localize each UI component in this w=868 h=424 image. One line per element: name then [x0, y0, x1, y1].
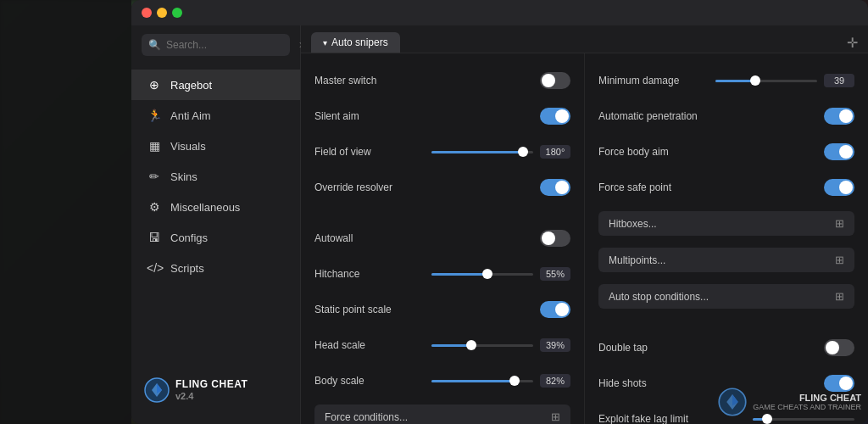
multipoints-button[interactable]: Multipoints... ⊞ — [598, 248, 854, 272]
bottom-right-logo: FLING CHEAT GAME CHEATS AND TRAINER — [717, 387, 861, 417]
sidebar-item-label: Configs — [170, 232, 208, 244]
minimum-damage-row: Minimum damage 39 — [598, 69, 854, 92]
override-resolver-toggle[interactable] — [540, 179, 570, 196]
tab-auto-snipers[interactable]: ▾ Auto snipers — [311, 32, 400, 53]
head-scale-label: Head scale — [314, 339, 365, 351]
force-safe-point-toggle[interactable] — [824, 179, 854, 196]
static-point-scale-label: Static point scale — [314, 304, 392, 315]
search-bar[interactable]: 🔍 ✕ 🌐 — [142, 34, 290, 56]
automatic-penetration-row: Automatic penetration — [598, 104, 854, 128]
double-tap-toggle[interactable] — [824, 339, 854, 356]
static-point-scale-row: Static point scale — [314, 298, 570, 321]
title-bar — [131, 0, 868, 25]
sidebar-item-label: Anti Aim — [170, 109, 211, 122]
bottom-right-brand: FLING CHEAT — [753, 393, 861, 403]
hitchance-track[interactable] — [431, 273, 533, 276]
bottom-logo-icon — [717, 387, 748, 417]
auto-stop-conditions-button[interactable]: Auto stop conditions... ⊞ — [598, 284, 854, 309]
exploit-fake-lag-slider-container — [688, 418, 854, 421]
exploit-fake-lag-track[interactable] — [753, 418, 854, 421]
hitboxes-button[interactable]: Hitboxes... ⊞ — [598, 211, 854, 236]
tabs-add-button[interactable]: ✛ — [847, 35, 858, 51]
body-scale-slider-container: 82% — [364, 374, 570, 388]
minimize-button[interactable] — [157, 8, 167, 18]
force-body-aim-toggle[interactable] — [824, 143, 854, 160]
head-scale-row: Head scale 39% — [314, 333, 570, 357]
panels-container: Master switch Silent aim Field of view — [301, 53, 868, 424]
field-of-view-row: Field of view 180° — [314, 140, 570, 164]
force-body-aim-label: Force body aim — [598, 146, 669, 158]
app-window: 🔍 ✕ 🌐 ⊕ Ragebot 🏃 Anti Aim ▦ Visuals ✏ S… — [131, 0, 868, 424]
close-button[interactable] — [142, 8, 152, 18]
field-of-view-track[interactable] — [431, 151, 533, 153]
auto-stop-conditions-label: Auto stop conditions... — [609, 291, 709, 303]
double-tap-row: Double tap — [598, 336, 854, 360]
head-scale-slider-container: 39% — [365, 338, 570, 352]
minimum-damage-slider-container: 39 — [679, 74, 854, 87]
sidebar-item-visuals[interactable]: ▦ Visuals — [131, 131, 300, 161]
sidebar-item-label: Visuals — [170, 140, 206, 153]
sidebar-item-skins[interactable]: ✏ Skins — [131, 161, 300, 192]
automatic-penetration-toggle[interactable] — [824, 108, 854, 125]
sidebar-logo: FLING CHEAT v2.4 — [131, 365, 300, 416]
override-resolver-row: Override resolver — [314, 176, 570, 199]
sidebar-item-label: Skins — [170, 170, 198, 183]
master-switch-label: Master switch — [314, 75, 376, 86]
minimum-damage-track[interactable] — [715, 80, 817, 82]
field-of-view-label: Field of view — [314, 146, 371, 158]
automatic-penetration-label: Automatic penetration — [598, 110, 698, 122]
static-point-scale-toggle[interactable] — [540, 301, 570, 318]
master-switch-toggle[interactable] — [540, 72, 570, 89]
chevron-down-icon: ▾ — [323, 38, 327, 47]
force-conditions-label: Force conditions... — [325, 411, 408, 423]
grid-icon: ⊞ — [551, 410, 560, 423]
head-scale-track[interactable] — [431, 344, 533, 347]
autowall-label: Autowall — [314, 232, 353, 244]
sidebar-item-ragebot[interactable]: ⊕ Ragebot — [131, 70, 300, 100]
anti-aim-icon: 🏃 — [147, 109, 162, 122]
force-safe-point-label: Force safe point — [598, 181, 671, 193]
sidebar-item-scripts[interactable]: </> Scripts — [131, 253, 300, 283]
hide-shots-label: Hide shots — [598, 377, 647, 389]
force-conditions-button[interactable]: Force conditions... ⊞ — [314, 404, 570, 424]
scripts-icon: </> — [147, 261, 162, 275]
bottom-right-subtitle: GAME CHEATS AND TRAINER — [753, 403, 861, 411]
traffic-lights — [142, 8, 182, 18]
sidebar-item-miscellaneous[interactable]: ⚙ Miscellaneous — [131, 192, 300, 222]
sidebar-item-configs[interactable]: 🖫 Configs — [131, 222, 300, 253]
left-settings-panel: Master switch Silent aim Field of view — [301, 53, 585, 424]
logo-brand: FLING CHEAT — [175, 378, 248, 390]
multipoints-grid-icon: ⊞ — [835, 254, 844, 266]
auto-stop-grid-icon: ⊞ — [835, 290, 844, 303]
search-input[interactable] — [166, 39, 293, 51]
force-body-aim-row: Force body aim — [598, 140, 854, 164]
body-scale-label: Body scale — [314, 375, 364, 387]
right-panel: ▾ Auto snipers ✛ Master switch — [301, 25, 868, 424]
override-resolver-label: Override resolver — [314, 181, 392, 193]
sidebar-item-label: Scripts — [170, 262, 204, 275]
hitchance-row: Hitchance 55% — [314, 262, 570, 286]
autowall-toggle[interactable] — [540, 230, 570, 247]
master-switch-row: Master switch — [314, 69, 570, 92]
hitboxes-grid-icon: ⊞ — [835, 217, 844, 230]
tab-label: Auto snipers — [331, 36, 388, 48]
silent-aim-toggle[interactable] — [540, 108, 570, 125]
silent-aim-row: Silent aim — [314, 104, 570, 128]
sidebar-item-anti-aim[interactable]: 🏃 Anti Aim — [131, 100, 300, 131]
head-scale-value: 39% — [540, 338, 570, 352]
autowall-row: Autowall — [314, 226, 570, 250]
sidebar: 🔍 ✕ 🌐 ⊕ Ragebot 🏃 Anti Aim ▦ Visuals ✏ S… — [131, 25, 301, 424]
exploit-fake-lag-label: Exploit fake lag limit — [598, 413, 688, 424]
body-scale-track[interactable] — [431, 380, 533, 382]
multipoints-label: Multipoints... — [609, 254, 665, 266]
right-settings-panel: Minimum damage 39 Automatic penetration — [585, 53, 868, 424]
visuals-icon: ▦ — [147, 139, 162, 153]
maximize-button[interactable] — [172, 8, 182, 18]
body-scale-value: 82% — [540, 374, 570, 388]
hitboxes-label: Hitboxes... — [609, 218, 657, 230]
body-scale-row: Body scale 82% — [314, 369, 570, 393]
silent-aim-label: Silent aim — [314, 110, 359, 122]
skins-icon: ✏ — [147, 170, 162, 183]
fling-cheat-logo-icon — [143, 377, 170, 404]
field-of-view-slider-container: 180° — [371, 145, 570, 159]
